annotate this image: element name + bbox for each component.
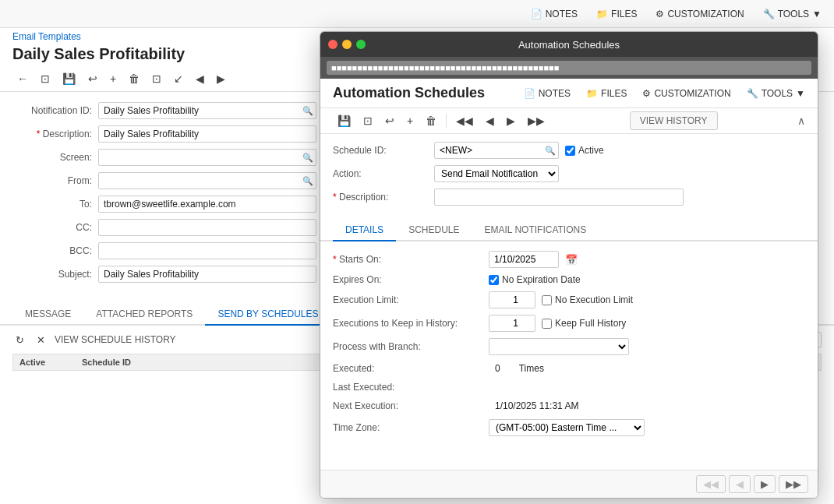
next-execution-row: Next Execution: 1/10/2025 11:31 AM	[333, 399, 805, 413]
refresh-button[interactable]: ↻	[12, 333, 27, 347]
modal-customization-link[interactable]: ⚙ CUSTOMIZATION	[642, 88, 730, 99]
duplicate-button[interactable]: ⊡	[147, 69, 166, 88]
prev-button[interactable]: ◀	[191, 69, 209, 88]
modal-description-row: Description:	[333, 189, 805, 206]
screen-input[interactable]	[98, 149, 316, 166]
traffic-lights	[328, 40, 366, 49]
from-field[interactable]: 🔍	[98, 172, 316, 189]
modal-footer: ◀◀ ◀ ▶ ▶▶	[320, 470, 818, 498]
undo-button[interactable]: ↩	[83, 69, 102, 88]
collapse-button[interactable]: ∧	[797, 115, 805, 127]
screen-field[interactable]: 🔍	[98, 149, 316, 166]
modal-tab-email-notifications[interactable]: EMAIL NOTIFICATIONS	[472, 220, 599, 241]
notes-link[interactable]: 📄 NOTES	[531, 9, 578, 19]
executions-history-label: Executions to Keep in History:	[333, 318, 489, 329]
tab-message[interactable]: MESSAGE	[12, 304, 83, 326]
cc-input[interactable]	[98, 219, 316, 236]
bcc-input[interactable]	[98, 242, 316, 259]
tab-send-by-schedules[interactable]: SEND BY SCHEDULES	[205, 304, 330, 326]
modal-prev-button[interactable]: ◀	[481, 111, 499, 130]
modal-copy-button[interactable]: ⊡	[359, 111, 377, 130]
modal-footer-prev-button[interactable]: ◀	[729, 475, 751, 493]
modal-next-button[interactable]: ▶	[502, 111, 520, 130]
no-expiration-label[interactable]: No Expiration Date	[489, 274, 581, 285]
modal-undo-button[interactable]: ↩	[380, 111, 399, 130]
tab-attached-reports[interactable]: ATTACHED REPORTS	[83, 304, 205, 326]
starts-on-input[interactable]	[489, 251, 559, 268]
action-select[interactable]: Send Email Notification	[434, 165, 559, 182]
modal-tools-chevron-icon: ▼	[796, 88, 805, 99]
modal-tab-schedule[interactable]: SCHEDULE	[396, 220, 472, 241]
modal-tools-icon: 🔧	[747, 88, 758, 99]
view-schedule-history-link[interactable]: VIEW SCHEDULE HISTORY	[55, 334, 176, 345]
no-execution-limit-checkbox[interactable]	[542, 295, 552, 305]
subject-input[interactable]	[98, 266, 316, 283]
close-traffic-light[interactable]	[328, 40, 337, 49]
notification-id-input[interactable]	[98, 102, 316, 119]
starts-on-calendar-icon[interactable]: 📅	[565, 254, 578, 266]
executions-history-input[interactable]	[489, 315, 535, 332]
back-button[interactable]: ←	[12, 69, 33, 88]
modal-description-label: Description:	[333, 192, 434, 203]
modal-files-icon: 📁	[586, 88, 598, 99]
timezone-control: (GMT-05:00) Eastern Time ...	[489, 419, 805, 436]
remove-schedule-button[interactable]: ✕	[34, 333, 48, 347]
minimize-traffic-light[interactable]	[342, 40, 352, 49]
tools-link[interactable]: 🔧 TOOLS ▼	[763, 9, 822, 19]
next-button[interactable]: ▶	[212, 69, 230, 88]
active-checkbox[interactable]	[565, 146, 575, 156]
modal-save-icon-button[interactable]: 💾	[333, 111, 355, 130]
modal-address-input[interactable]	[327, 61, 811, 75]
starts-on-row: Starts On: 📅	[333, 251, 805, 268]
process-branch-select[interactable]	[489, 338, 629, 355]
active-checkbox-label[interactable]: Active	[565, 145, 604, 156]
timezone-select[interactable]: (GMT-05:00) Eastern Time ...	[489, 419, 645, 436]
add-button[interactable]: +	[105, 69, 121, 88]
modal-toolbar: 💾 ⊡ ↩ + 🗑 ◀◀ ◀ ▶ ▶▶ VIEW HISTORY ∧	[320, 108, 818, 134]
modal-schedule-form: Schedule ID: 🔍 Active Action: Send Email…	[320, 134, 818, 220]
last-executed-value	[489, 386, 501, 389]
maximize-traffic-light[interactable]	[356, 40, 366, 49]
modal-details-section: Starts On: 📅 Expires On: No Expiration D…	[320, 241, 818, 452]
action-label: Action:	[333, 168, 434, 179]
to-input[interactable]	[98, 196, 316, 213]
modal-description-input[interactable]	[434, 189, 684, 206]
customization-link[interactable]: ⚙ CUSTOMIZATION	[656, 9, 744, 19]
schedule-id-field[interactable]: 🔍	[434, 142, 559, 159]
from-input[interactable]	[98, 172, 316, 189]
notification-id-field[interactable]: 🔍	[98, 102, 316, 119]
modal-footer-last-button[interactable]: ▶▶	[779, 475, 808, 493]
search-icon: 🔍	[302, 106, 313, 116]
first-button[interactable]: ↙	[169, 69, 188, 88]
modal-first-button[interactable]: ◀◀	[451, 111, 478, 130]
process-branch-control	[489, 338, 805, 355]
delete-button[interactable]: 🗑	[124, 69, 144, 88]
modal-address-bar	[320, 57, 818, 79]
to-label: To:	[12, 199, 98, 210]
modal-tab-details[interactable]: DETAILS	[333, 220, 396, 241]
execution-limit-input[interactable]	[489, 291, 535, 308]
schedule-id-search-icon: 🔍	[545, 146, 556, 156]
process-branch-row: Process with Branch:	[333, 338, 805, 355]
no-expiration-checkbox[interactable]	[489, 275, 499, 285]
modal-files-link[interactable]: 📁 FILES	[586, 88, 627, 99]
keep-full-history-label[interactable]: Keep Full History	[542, 318, 626, 329]
notification-id-label: Notification ID:	[12, 105, 98, 116]
executed-control: 0 Times	[489, 361, 805, 375]
modal-last-button[interactable]: ▶▶	[523, 111, 550, 130]
modal-notes-link[interactable]: 📄 NOTES	[524, 88, 571, 99]
view-history-button[interactable]: VIEW HISTORY	[630, 111, 718, 130]
description-input[interactable]	[98, 125, 316, 143]
modal-tools-link[interactable]: 🔧 TOOLS ▼	[747, 88, 805, 99]
tools-chevron-icon: ▼	[812, 9, 822, 19]
keep-full-history-checkbox[interactable]	[542, 319, 552, 329]
modal-delete-button[interactable]: 🗑	[421, 111, 441, 130]
files-link[interactable]: 📁 FILES	[596, 9, 637, 19]
modal-footer-first-button[interactable]: ◀◀	[696, 475, 726, 493]
modal-footer-next-button[interactable]: ▶	[754, 475, 776, 493]
save-button[interactable]: 💾	[58, 69, 80, 88]
no-execution-limit-label[interactable]: No Execution Limit	[542, 294, 633, 305]
copy-button[interactable]: ⊡	[36, 69, 55, 88]
modal-add-button[interactable]: +	[402, 111, 418, 130]
schedule-id-input[interactable]	[434, 142, 559, 159]
